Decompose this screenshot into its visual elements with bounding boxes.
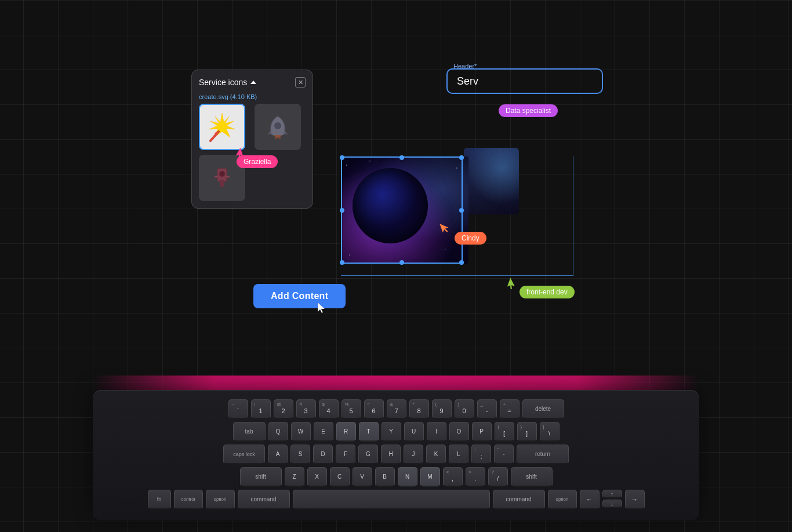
graziella-tag: Graziella xyxy=(237,155,278,168)
key-6[interactable]: ^6 xyxy=(364,399,384,419)
key-0[interactable]: )0 xyxy=(455,399,474,419)
key-1[interactable]: !1 xyxy=(251,399,271,419)
key-v[interactable]: V xyxy=(353,467,372,487)
key-tab[interactable]: tab xyxy=(233,422,266,442)
key-minus[interactable]: _- xyxy=(477,399,497,419)
key-delete[interactable]: delete xyxy=(522,399,564,419)
key-a[interactable]: A xyxy=(268,444,288,464)
key-lbracket[interactable]: {[ xyxy=(495,422,514,442)
key-d[interactable]: D xyxy=(313,444,333,464)
side-canvas-image xyxy=(464,148,519,214)
svg-point-12 xyxy=(219,171,225,177)
key-arrow-right[interactable]: → xyxy=(625,490,645,509)
svg-rect-11 xyxy=(220,180,224,187)
key-comma[interactable]: <, xyxy=(443,467,463,487)
key-n[interactable]: N xyxy=(398,467,417,487)
handle-mid-right[interactable] xyxy=(459,208,464,213)
service-icons-panel: Service icons ✕ create.svg (4.10 KB) xyxy=(191,70,313,209)
key-t[interactable]: T xyxy=(359,422,379,442)
side-image-glow xyxy=(464,148,519,214)
key-command-left[interactable]: command xyxy=(238,490,290,509)
key-l[interactable]: L xyxy=(449,444,468,464)
key-option-right[interactable]: option xyxy=(548,490,577,509)
key-space[interactable] xyxy=(293,490,490,509)
key-return[interactable]: return xyxy=(517,444,569,464)
key-backtick[interactable]: ~` xyxy=(228,399,248,419)
header-input[interactable] xyxy=(446,68,603,94)
key-period[interactable]: >. xyxy=(466,467,485,487)
key-b[interactable]: B xyxy=(375,467,395,487)
key-c[interactable]: C xyxy=(330,467,350,487)
handle-bot-right[interactable] xyxy=(459,260,464,265)
key-command-right[interactable]: command xyxy=(493,490,545,509)
rocket-svg xyxy=(264,113,292,141)
key-slash[interactable]: ?/ xyxy=(488,467,508,487)
plugin-svg xyxy=(209,165,235,191)
key-quote[interactable]: "' xyxy=(494,444,514,464)
file-link[interactable]: create.svg (4.10 KB) xyxy=(199,93,306,100)
key-y[interactable]: Y xyxy=(382,422,401,442)
header-field-container: Header* xyxy=(446,68,603,94)
key-f[interactable]: F xyxy=(336,444,355,464)
key-g[interactable]: G xyxy=(358,444,378,464)
close-button[interactable]: ✕ xyxy=(295,77,306,88)
panel-title-text: Service icons xyxy=(199,78,247,87)
key-j[interactable]: J xyxy=(404,444,423,464)
key-h[interactable]: H xyxy=(381,444,401,464)
handle-mid-left[interactable] xyxy=(340,208,344,213)
chevron-up-icon[interactable] xyxy=(250,81,256,84)
key-u[interactable]: U xyxy=(404,422,424,442)
selection-box[interactable] xyxy=(341,156,463,264)
key-backslash[interactable]: |\ xyxy=(540,422,560,442)
key-shift-right[interactable]: shift xyxy=(511,467,553,487)
add-content-button[interactable]: Add Content xyxy=(253,284,346,308)
key-p[interactable]: P xyxy=(472,422,492,442)
key-fn[interactable]: fn xyxy=(148,490,171,509)
key-arrow-down[interactable]: ↓ xyxy=(602,500,622,508)
key-rbracket[interactable]: }] xyxy=(517,422,537,442)
handle-top-right[interactable] xyxy=(459,155,464,160)
key-2[interactable]: @2 xyxy=(274,399,293,419)
key-9[interactable]: (9 xyxy=(432,399,452,419)
magic-wand-icon-item[interactable] xyxy=(199,104,245,150)
crosshair-vertical xyxy=(573,156,573,276)
keyboard-row-5: fn control option command command option… xyxy=(100,490,692,509)
frontend-tag: front-end dev xyxy=(519,286,575,298)
svg-marker-5 xyxy=(209,113,235,137)
handle-top-mid[interactable] xyxy=(399,155,404,160)
key-s[interactable]: S xyxy=(290,444,310,464)
key-capslock[interactable]: caps lock xyxy=(223,444,265,464)
cursor-svg xyxy=(317,301,327,314)
key-option-left[interactable]: option xyxy=(206,490,235,509)
key-x[interactable]: X xyxy=(307,467,327,487)
key-3[interactable]: #3 xyxy=(296,399,316,419)
key-4[interactable]: $4 xyxy=(319,399,339,419)
key-k[interactable]: K xyxy=(426,444,446,464)
key-r[interactable]: R xyxy=(336,422,356,442)
key-8[interactable]: *8 xyxy=(409,399,429,419)
keyboard-row-1: ~` !1 @2 #3 $4 %5 ^6 &7 *8 (9 )0 _- += d… xyxy=(100,399,692,419)
key-w[interactable]: W xyxy=(291,422,311,442)
handle-bot-left[interactable] xyxy=(340,260,344,265)
close-icon: ✕ xyxy=(298,79,303,86)
key-e[interactable]: E xyxy=(314,422,333,442)
key-i[interactable]: I xyxy=(427,422,446,442)
rocket-icon-item[interactable] xyxy=(255,104,301,150)
key-semicolon[interactable]: :; xyxy=(471,444,491,464)
key-o[interactable]: O xyxy=(449,422,469,442)
data-specialist-tag: Data specialist xyxy=(499,104,558,117)
handle-top-left[interactable] xyxy=(340,155,344,160)
key-shift-left[interactable]: shift xyxy=(240,467,282,487)
key-5[interactable]: %5 xyxy=(341,399,361,419)
key-arrow-left[interactable]: ← xyxy=(580,490,600,509)
key-control[interactable]: control xyxy=(174,490,203,509)
key-7[interactable]: &7 xyxy=(387,399,406,419)
crosshair-horizontal xyxy=(341,275,573,276)
key-z[interactable]: Z xyxy=(285,467,304,487)
key-arrow-up[interactable]: ↑ xyxy=(602,490,622,498)
key-equals[interactable]: += xyxy=(500,399,519,419)
key-m[interactable]: M xyxy=(420,467,440,487)
key-q[interactable]: Q xyxy=(268,422,288,442)
keyboard-row-4: shift Z X C V B N M <, >. ?/ shift xyxy=(100,467,692,487)
handle-bot-mid[interactable] xyxy=(399,260,404,265)
